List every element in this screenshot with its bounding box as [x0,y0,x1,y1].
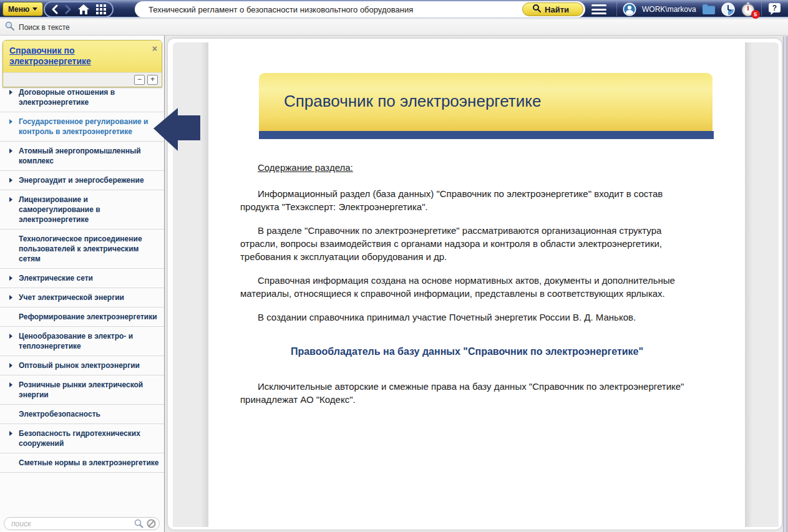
sidebar-item-label: Оптовый рынок электроэнергии [19,361,140,370]
expand-arrow-icon [9,148,12,153]
sidebar-item[interactable]: Государственное регулирование и контроль… [0,112,164,141]
sidebar-item[interactable]: Технологическое присоединение пользовате… [0,229,164,268]
sidebar-item-label: Технологическое присоединение пользовате… [19,235,142,263]
folder-icon[interactable] [702,4,716,15]
expand-arrow-icon [9,90,12,95]
search-icon [533,4,541,14]
sidebar-title-link[interactable]: Справочник по электроэнергетике [9,46,145,67]
back-button[interactable] [51,4,58,14]
sidebar-item[interactable]: Сметные нормы в электроэнергетике [0,453,164,472]
help-button[interactable]: ? [767,2,782,16]
sidebar-item-label: Электробезопасность [19,410,100,418]
sidebar-item-label: Розничные рынки электрической энергии [19,380,143,399]
svg-text:?: ? [772,4,777,12]
annotation-arrow-icon [153,108,200,154]
sidebar-item[interactable]: Электробезопасность [0,404,164,423]
forward-button[interactable] [65,4,72,14]
secondary-toolbar: Поиск в тексте [0,19,788,36]
document-title: Технический регламент о безопасности низ… [135,5,522,14]
toolbar-separator [616,2,617,16]
menu-button-label: Меню [8,5,29,14]
content-heading: Содержание раздела: [240,161,694,174]
document-page: Справочник по электроэнергетике Содержан… [208,39,745,530]
sidebar-item-label: Договорные отношения в электроэнергетике [19,88,115,107]
expand-arrow-icon [9,295,12,300]
sidebar-item-label: Энергоаудит и энергосбережение [19,176,144,185]
sidebar-item-label: Ценообразование в электро- и теплоэнерге… [19,332,133,351]
document-banner-title: Справочник по электроэнергетике [284,92,541,111]
notification-badge: 5 [751,10,760,19]
alarm-timer-icon[interactable]: 5 [741,2,756,17]
rights-heading: Правообладатель на базу данных "Справочн… [240,345,694,358]
document-title-bar: Технический регламент о безопасности низ… [135,1,585,17]
close-icon[interactable]: × [152,44,157,53]
find-button[interactable]: Найти [522,2,583,16]
expand-arrow-icon [9,197,12,202]
expand-arrow-icon [9,119,12,124]
home-button[interactable] [78,4,89,14]
document-paragraph: В создании справочника принимал участие … [240,311,694,324]
window-scrollbar[interactable] [783,36,787,532]
search-in-text-button[interactable]: Поиск в тексте [0,21,70,33]
document-paragraph: В разделе "Справочник по электроэнергети… [240,224,694,263]
history-clock-icon[interactable] [721,2,735,16]
expand-arrow-icon [9,382,12,387]
sidebar-item[interactable]: Учет электрической энергии [0,288,164,307]
main-area: Справочник по электроэнергетике × − + До… [0,36,788,532]
sidebar-item[interactable]: Оптовый рынок электроэнергии [0,355,164,375]
sidebar: Справочник по электроэнергетике × − + До… [0,36,165,532]
menu-button[interactable]: Меню [2,2,43,16]
sidebar-item[interactable]: Энергоаудит и энергосбережение [0,170,164,190]
expand-arrow-icon [9,363,12,368]
apps-grid-button[interactable] [96,4,106,14]
user-avatar[interactable] [623,2,636,16]
sidebar-item[interactable]: Розничные рынки электрической энергии [0,375,164,404]
expand-arrow-icon [9,334,12,339]
document-paragraph: Исключительные авторские и смежные права… [240,380,694,406]
sidebar-item-label: Атомный энергопромышленный комплекс [19,147,141,165]
chevron-down-icon [32,7,37,11]
find-button-label: Найти [545,5,569,14]
clear-search-icon[interactable] [147,519,156,528]
sidebar-header: Справочник по электроэнергетике × − + [2,40,162,87]
sidebar-item[interactable]: Лицензирование и саморегулирование в эле… [0,190,164,229]
username-label: WORK\markova [642,5,696,14]
document-paragraphs: Информационный раздел (база данных) "Спр… [240,187,694,324]
sidebar-item[interactable]: Договорные отношения в электроэнергетике [0,83,164,112]
document-banner: Справочник по электроэнергетике [259,73,713,131]
banner-underline-bar [259,131,714,139]
search-icon[interactable] [134,519,143,528]
sidebar-item-list: Договорные отношения в электроэнергетике… [0,83,164,473]
page-scrollbar[interactable] [745,42,779,527]
sidebar-item[interactable]: Атомный энергопромышленный комплекс [0,141,164,170]
search-in-text-icon [5,21,14,33]
document-paragraph: Справочная информация создана на основе … [240,274,694,300]
sidebar-item-label: Реформирование электроэнергетики [19,312,157,321]
toolbar-separator [761,2,762,16]
sidebar-search-input[interactable] [4,520,134,528]
sidebar-item-label: Учет электрической энергии [19,293,124,302]
document-panel: Справочник по электроэнергетике Содержан… [168,39,782,530]
navigation-group [44,1,114,17]
sidebar-item-label: Лицензирование и саморегулирование в эле… [19,195,100,224]
expand-arrow-icon [9,276,12,281]
sidebar-search-box [4,517,160,530]
sidebar-item-label: Электрические сети [19,274,93,283]
document-paragraph: Информационный раздел (база данных) "Спр… [240,187,694,213]
sidebar-item[interactable]: Реформирование электроэнергетики [0,307,164,326]
sidebar-item[interactable]: Электрические сети [0,268,164,288]
hamburger-menu-button[interactable] [591,4,606,14]
expand-arrow-icon [9,431,12,436]
user-area: WORK\markova 5 [623,0,782,18]
expand-arrow-icon [9,178,12,183]
document-body: Содержание раздела: Информационный разде… [240,161,694,417]
sidebar-item-label: Государственное регулирование и контроль… [19,117,148,136]
search-in-text-label: Поиск в тексте [19,23,70,32]
sidebar-item-label: Сметные нормы в электроэнергетике [19,458,159,467]
sidebar-item-label: Безопасность гидротехнических сооружений [19,429,140,448]
sidebar-item[interactable]: Ценообразование в электро- и теплоэнерге… [0,326,164,355]
sidebar-item[interactable]: Безопасность гидротехнических сооружений [0,423,164,453]
top-toolbar: Меню Технический регламент о безопасност… [0,0,788,18]
